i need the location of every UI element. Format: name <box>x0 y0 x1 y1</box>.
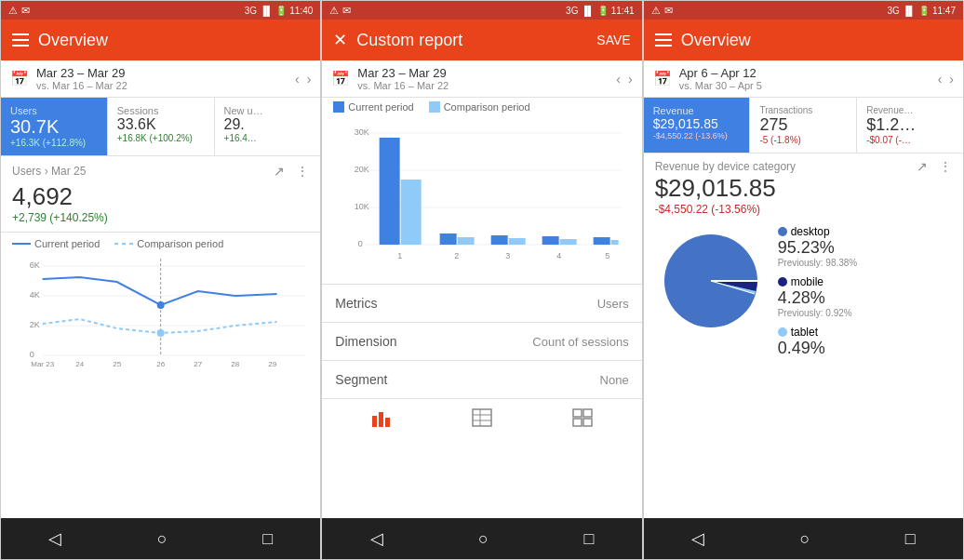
desktop-prev-3: Previously: 98.38% <box>778 258 952 268</box>
warning-icon-2: ⚠ <box>329 5 339 17</box>
metric-change-transactions-3: -5 (-1.8%) <box>759 135 847 145</box>
svg-text:Mar 23: Mar 23 <box>31 360 54 368</box>
svg-text:30K: 30K <box>355 127 369 137</box>
field-label-segment-2: Segment <box>335 372 387 387</box>
menu-button-1[interactable] <box>12 33 29 47</box>
field-dimension-2[interactable]: Dimension Count of sessions <box>322 322 641 360</box>
pie-legend-desktop-3: desktop 95.23% Previously: 98.38% <box>778 225 952 268</box>
table-view-icon-2[interactable] <box>472 408 492 432</box>
svg-rect-49 <box>583 409 592 417</box>
home-button-3[interactable]: ○ <box>799 529 810 549</box>
field-segment-2[interactable]: Segment None <box>322 360 641 398</box>
svg-rect-42 <box>379 412 383 427</box>
metric-users-1[interactable]: Users 30.7K +16.3K (+112.8%) <box>1 98 108 155</box>
battery-icon-1: 🔋 <box>275 6 287 16</box>
content-3: 📅 Apr 6 – Apr 12 vs. Mar 30 – Apr 5 ‹ › … <box>644 60 963 518</box>
metric-value-transactions-3: 275 <box>759 115 847 135</box>
grid-view-icon-2[interactable] <box>572 408 593 432</box>
metric-revenuepm-3[interactable]: Revenue… $1.2… -$0.07 (-… <box>857 98 963 153</box>
detail-change-1: +2,739 (+140.25%) <box>12 211 309 224</box>
date-next-1[interactable]: › <box>307 72 312 87</box>
svg-point-10 <box>157 329 165 337</box>
date-next-3[interactable]: › <box>949 72 954 87</box>
close-button-2[interactable]: ✕ <box>333 30 347 50</box>
calendar-icon-2: 📅 <box>331 70 350 87</box>
metric-change-sessions-1: +16.8K (+100.2%) <box>117 133 205 143</box>
legend-current-box-2 <box>333 101 344 113</box>
share-icon-3[interactable]: ↗ <box>917 159 928 174</box>
back-button-3[interactable]: ◁ <box>691 528 704 549</box>
legend-current-label-2: Current period <box>348 101 413 113</box>
recent-button-1[interactable]: □ <box>262 529 273 549</box>
metric-value-sessions-1: 33.6K <box>117 116 205 133</box>
legend-comparison-box-2 <box>429 101 440 113</box>
revenue-change-3: -$4,550.22 (-13.56%) <box>655 203 952 216</box>
time-1: 11:40 <box>289 6 313 16</box>
date-prev-3[interactable]: ‹ <box>938 72 943 87</box>
field-metrics-2[interactable]: Metrics Users <box>322 284 641 322</box>
back-button-1[interactable]: ◁ <box>48 528 61 549</box>
line-chart-1: 6K 4K 2K 0 <box>1 255 320 367</box>
svg-text:28: 28 <box>231 360 239 368</box>
share-icon-1[interactable]: ↗ <box>274 164 285 179</box>
warning-icon-3: ⚠ <box>651 5 661 17</box>
date-compare-1: vs. Mar 16 – Mar 22 <box>36 80 288 91</box>
menu-button-3[interactable] <box>655 33 672 47</box>
svg-text:2K: 2K <box>30 320 40 329</box>
svg-text:29: 29 <box>268 360 276 368</box>
phone-3: ⚠ ✉ 3G ▐▌ 🔋 11:47 Overview 📅 <box>643 0 964 560</box>
date-compare-2: vs. Mar 16 – Mar 22 <box>357 80 609 91</box>
date-prev-1[interactable]: ‹ <box>295 72 300 87</box>
battery-icon-3: 🔋 <box>918 6 930 16</box>
more-icon-1[interactable]: ⋮ <box>296 164 309 179</box>
app-bar-2: ✕ Custom report SAVE <box>322 20 641 60</box>
svg-text:25: 25 <box>113 360 121 368</box>
field-value-metrics-2: Users <box>597 297 629 311</box>
message-icon-2: ✉ <box>342 5 351 17</box>
metric-sessions-1[interactable]: Sessions 33.6K +16.8K (+100.2%) <box>108 98 215 155</box>
date-compare-3: vs. Mar 30 – Apr 5 <box>679 80 931 91</box>
pie-legend-3: desktop 95.23% Previously: 98.38% mobile… <box>778 225 952 358</box>
user-date-section-1: Users › Mar 25 ↗ ⋮ 4,692 +2,739 (+140.25… <box>1 156 320 233</box>
back-button-2[interactable]: ◁ <box>370 528 383 549</box>
desktop-pct-3: 95.23% <box>778 238 952 258</box>
date-main-3: Apr 6 – Apr 12 <box>679 66 931 80</box>
save-button-2[interactable]: SAVE <box>596 33 630 47</box>
legend-comparison-label-2: Comparison period <box>444 101 530 113</box>
svg-rect-34 <box>594 237 610 245</box>
recent-button-3[interactable]: □ <box>905 529 916 549</box>
svg-rect-48 <box>573 409 582 417</box>
desktop-label-3: desktop <box>791 225 830 238</box>
svg-text:0: 0 <box>358 239 363 248</box>
metric-change-revenuepm-3: -$0.07 (-… <box>866 135 954 145</box>
home-button-2[interactable]: ○ <box>478 529 489 549</box>
revenue-header-label-3: Revenue by device category <box>655 160 796 173</box>
bar-chart-view-icon-2[interactable] <box>371 408 392 432</box>
bottom-nav-1: ◁ ○ □ <box>1 518 320 559</box>
phone-1: ⚠ ✉ 3G ▐▌ 🔋 11:40 Overview 📅 <box>0 0 321 560</box>
metrics-row-1: Users 30.7K +16.3K (+112.8%) Sessions 33… <box>1 98 320 156</box>
svg-rect-27 <box>401 180 422 245</box>
field-value-segment-2: None <box>600 373 629 387</box>
metric-newusers-1[interactable]: New u… 29. +16.4… <box>215 98 321 155</box>
content-1: 📅 Mar 23 – Mar 29 vs. Mar 16 – Mar 22 ‹ … <box>1 60 320 518</box>
field-label-metrics-2: Metrics <box>335 296 377 311</box>
home-button-1[interactable]: ○ <box>157 529 167 549</box>
metric-label-users-1: Users <box>10 105 98 116</box>
bar-chart-2: 30K 20K 10K 0 <box>322 116 641 284</box>
mobile-dot-3 <box>778 277 787 287</box>
svg-rect-31 <box>509 238 526 245</box>
svg-rect-43 <box>385 418 390 427</box>
recent-button-2[interactable]: □ <box>583 529 594 549</box>
svg-text:1: 1 <box>397 251 402 260</box>
date-prev-2[interactable]: ‹ <box>616 72 621 87</box>
date-next-2[interactable]: › <box>628 72 633 87</box>
svg-rect-32 <box>542 236 559 245</box>
signal-icon-2: ▐▌ <box>581 6 594 16</box>
svg-rect-35 <box>611 240 619 245</box>
more-icon-3[interactable]: ⋮ <box>939 159 952 174</box>
metric-transactions-3[interactable]: Transactions 275 -5 (-1.8%) <box>750 98 857 153</box>
metric-revenue-3[interactable]: Revenue $29,015.85 -$4,550.22 (-13.6%) <box>644 98 751 153</box>
breadcrumb-1: Users › Mar 25 <box>12 165 86 178</box>
desktop-dot-3 <box>778 227 787 236</box>
